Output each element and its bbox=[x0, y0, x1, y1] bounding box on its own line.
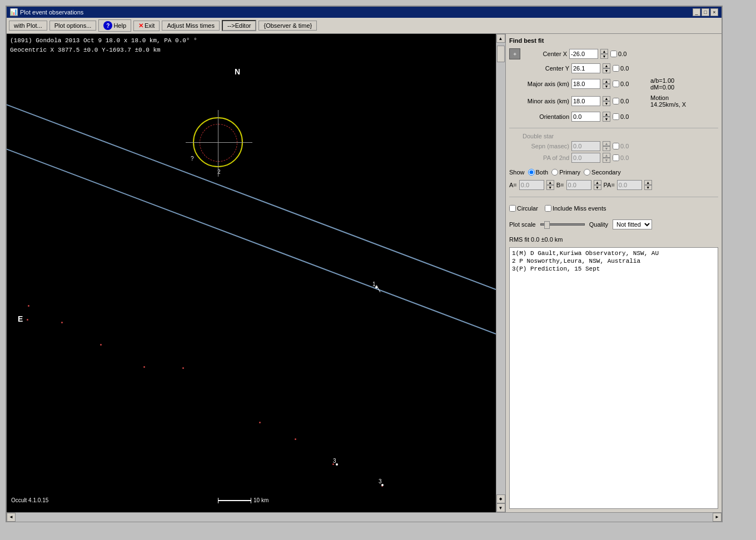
sepn-input[interactable] bbox=[571, 141, 600, 151]
center-x-checkbox[interactable] bbox=[610, 51, 617, 57]
pa-spin-up[interactable]: ▲ bbox=[644, 180, 652, 185]
center-y-label: Center Y bbox=[525, 65, 569, 72]
sepn-spin-up[interactable]: ▲ bbox=[603, 141, 610, 146]
orientation-label: Orientation bbox=[525, 113, 569, 120]
minor-axis-input[interactable] bbox=[571, 96, 600, 106]
sepn-spinner[interactable]: ▲ ▼ bbox=[603, 141, 610, 151]
minimize-button[interactable]: _ bbox=[693, 8, 700, 16]
show-secondary-radio[interactable] bbox=[584, 169, 590, 176]
orientation-spin-up[interactable]: ▲ bbox=[603, 112, 610, 117]
sepn-label: Sepn (masec) bbox=[525, 143, 569, 149]
vscroll-up-button[interactable]: ▲ bbox=[496, 34, 505, 43]
with-plot-button[interactable]: with Plot... bbox=[9, 21, 47, 31]
center-y-spin-up[interactable]: ▲ bbox=[603, 63, 610, 68]
show-primary-radio[interactable] bbox=[551, 169, 558, 176]
center-y-spinner[interactable]: ▲ ▼ bbox=[603, 63, 610, 73]
center-y-input[interactable] bbox=[571, 63, 600, 73]
pa-input[interactable] bbox=[617, 180, 642, 190]
pa-spin-down[interactable]: ▼ bbox=[644, 185, 652, 190]
close-button[interactable]: × bbox=[710, 8, 718, 16]
compass-e-label: E bbox=[18, 314, 23, 323]
star-dot-4 bbox=[182, 367, 184, 369]
major-axis-input[interactable] bbox=[571, 79, 600, 89]
scale-line bbox=[218, 500, 251, 501]
pa-2nd-spin-up[interactable]: ▲ bbox=[603, 153, 610, 158]
b-spinner[interactable]: ▲ ▼ bbox=[594, 180, 601, 190]
b-spin-up[interactable]: ▲ bbox=[594, 180, 601, 185]
major-axis-spin-up[interactable]: ▲ bbox=[603, 79, 610, 84]
vscroll-mid-button[interactable]: ◆ bbox=[496, 494, 505, 503]
minor-axis-val: 0.0 bbox=[620, 98, 643, 104]
b-spin-down[interactable]: ▼ bbox=[594, 185, 601, 190]
show-both-radio[interactable] bbox=[528, 169, 535, 176]
orientation-spin-down[interactable]: ▼ bbox=[603, 117, 610, 122]
plot-options-button[interactable]: Plot options... bbox=[49, 21, 97, 31]
asteroid-label-left: ? bbox=[191, 156, 194, 162]
divider-1 bbox=[509, 128, 718, 128]
a-input[interactable] bbox=[519, 180, 544, 190]
major-axis-checkbox[interactable] bbox=[613, 81, 619, 87]
adjust-miss-times-button[interactable]: Adjust Miss times bbox=[162, 21, 220, 31]
star-dot-9 bbox=[28, 305, 29, 307]
plot-scale-slider[interactable] bbox=[540, 223, 585, 226]
a-spin-up[interactable]: ▲ bbox=[546, 180, 554, 185]
main-content: (1891) Gondola 2013 Oct 9 18.0 x 18.0 km… bbox=[7, 34, 722, 512]
circular-checkbox[interactable] bbox=[509, 205, 516, 212]
center-y-spin-down[interactable]: ▼ bbox=[603, 68, 610, 73]
pa-2nd-label: PA of 2nd bbox=[525, 154, 569, 161]
minor-axis-spinner[interactable]: ▲ ▼ bbox=[603, 96, 610, 106]
help-button[interactable]: ? Help bbox=[98, 19, 131, 32]
pa-2nd-input[interactable] bbox=[571, 153, 600, 163]
motion-value: 14.25km/s, X bbox=[650, 101, 686, 108]
editor-button[interactable]: -->Editor bbox=[222, 20, 257, 31]
show-row: Show Both Primary Secondary bbox=[509, 169, 718, 176]
pa-2nd-checkbox[interactable] bbox=[613, 154, 619, 161]
orientation-spinner[interactable]: ▲ ▼ bbox=[603, 112, 610, 122]
hscroll-right-button[interactable]: ► bbox=[713, 513, 722, 522]
vscroll-track[interactable] bbox=[496, 43, 505, 494]
a-spinner[interactable]: ▲ ▼ bbox=[546, 180, 554, 190]
orientation-checkbox[interactable] bbox=[613, 113, 619, 120]
plot-title-line2: Geocentric X 3877.5 ±0.0 Y-1693.7 ±0.0 k… bbox=[10, 46, 197, 55]
maximize-button[interactable]: □ bbox=[702, 8, 709, 16]
quality-select[interactable]: Not fitted Good Fair Poor bbox=[613, 219, 652, 229]
a-spin-down[interactable]: ▼ bbox=[546, 185, 554, 190]
plot-area[interactable]: (1891) Gondola 2013 Oct 9 18.0 x 18.0 km… bbox=[7, 34, 496, 512]
pa-spinner[interactable]: ▲ ▼ bbox=[644, 180, 652, 190]
vscroll-down-button[interactable]: ▼ bbox=[496, 503, 505, 512]
hscroll-track[interactable] bbox=[16, 513, 713, 522]
minor-axis-spin-up[interactable]: ▲ bbox=[603, 96, 610, 101]
right-panel: Find best fit ✦ Center X ▲ ▼ 0.0 bbox=[505, 34, 722, 512]
include-miss-checkbox[interactable] bbox=[545, 205, 551, 212]
plot-scale-thumb[interactable] bbox=[544, 221, 550, 229]
orientation-check-group: 0.0 bbox=[613, 113, 643, 120]
pa-2nd-spin-down[interactable]: ▼ bbox=[603, 158, 610, 163]
center-x-spin-up[interactable]: ▲ bbox=[600, 49, 608, 54]
center-y-checkbox[interactable] bbox=[613, 65, 619, 72]
minor-axis-spin-down[interactable]: ▼ bbox=[603, 101, 610, 106]
center-x-spinner[interactable]: ▲ ▼ bbox=[600, 49, 608, 59]
sepn-spin-down[interactable]: ▼ bbox=[603, 146, 610, 151]
exit-button[interactable]: ✕ Exit bbox=[133, 21, 160, 31]
plot-vscrollbar[interactable]: ▲ ◆ ▼ bbox=[496, 34, 505, 512]
vscroll-thumb[interactable] bbox=[497, 46, 505, 62]
pa-2nd-row: PA of 2nd ▲ ▼ 0.0 bbox=[509, 153, 718, 163]
observer-time-button[interactable]: {Observer & time} bbox=[258, 21, 317, 31]
center-x-spin-down[interactable]: ▼ bbox=[600, 54, 608, 59]
svg-line-0 bbox=[7, 101, 496, 289]
hscroll-left-button[interactable]: ◄ bbox=[7, 513, 16, 522]
pa-2nd-spinner[interactable]: ▲ ▼ bbox=[603, 153, 610, 163]
major-axis-spinner[interactable]: ▲ ▼ bbox=[603, 79, 610, 89]
major-axis-spin-down[interactable]: ▼ bbox=[603, 84, 610, 89]
b-input[interactable] bbox=[566, 180, 591, 190]
version-label: Occult 4.1.0.15 bbox=[11, 497, 48, 503]
center-y-check-group: 0.0 bbox=[613, 65, 643, 72]
orientation-input[interactable] bbox=[571, 112, 600, 122]
crosshair-vertical bbox=[218, 110, 218, 177]
rms-label: RMS fit 0.0 ±0.0 km bbox=[509, 236, 718, 243]
minor-axis-checkbox[interactable] bbox=[613, 98, 619, 104]
plot-hscrollbar[interactable]: ◄ ► bbox=[7, 512, 722, 521]
obs-label-3a: 3 bbox=[333, 458, 336, 464]
sepn-checkbox[interactable] bbox=[613, 143, 619, 149]
center-x-input[interactable] bbox=[569, 49, 598, 59]
